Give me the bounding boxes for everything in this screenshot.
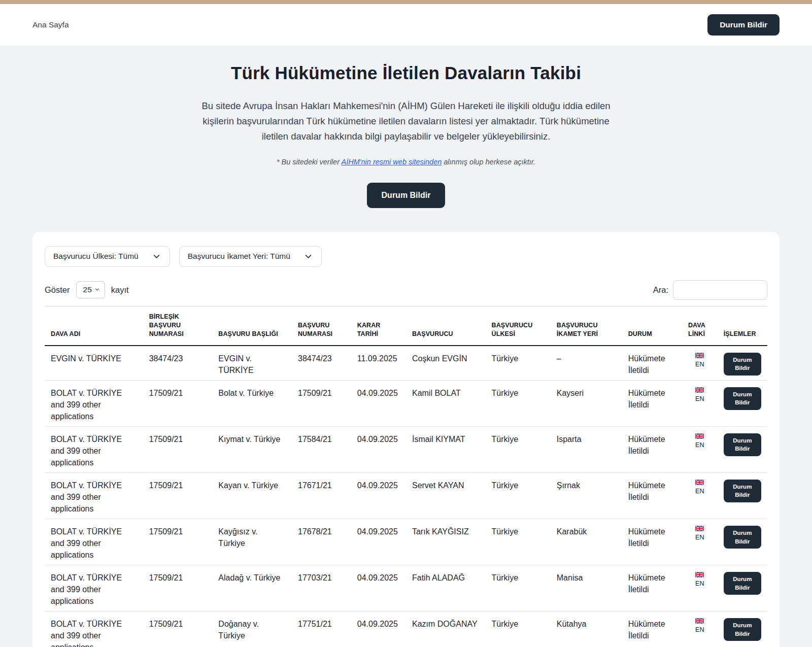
cell-application-no: 17751/21 bbox=[292, 611, 351, 647]
table-row: BOLAT v. TÜRKİYE and 399 other applicati… bbox=[45, 611, 767, 647]
col-header-case-name[interactable]: DAVA ADI bbox=[45, 306, 143, 345]
page-size-select[interactable]: 25 bbox=[76, 281, 105, 298]
col-header-applicant[interactable]: BAŞVURUCU bbox=[406, 306, 486, 345]
search-group: Ara: bbox=[653, 280, 767, 300]
row-report-status-button[interactable]: Durum Bildir bbox=[724, 353, 761, 376]
table-row: BOLAT v. TÜRKİYE and 399 other applicati… bbox=[45, 565, 767, 611]
cell-applicant-country: Türkiye bbox=[486, 346, 551, 381]
show-label: Göster bbox=[45, 285, 70, 295]
col-header-actions[interactable]: İŞLEMLER bbox=[718, 306, 767, 345]
hero-report-status-button[interactable]: Durum Bildir bbox=[367, 183, 446, 208]
uk-flag-icon bbox=[695, 572, 704, 577]
uk-flag-icon bbox=[695, 387, 704, 393]
cell-applicant-residence: – bbox=[551, 346, 622, 381]
cell-case-name: EVGIN v. TÜRKİYE bbox=[45, 346, 143, 381]
chevron-down-icon bbox=[94, 285, 100, 294]
cell-status: Hükümete İletildi bbox=[622, 611, 682, 647]
case-link-en[interactable]: EN bbox=[695, 618, 704, 634]
row-report-status-button[interactable]: Durum Bildir bbox=[724, 572, 761, 595]
uk-flag-icon bbox=[695, 526, 704, 531]
case-link-label: EN bbox=[695, 395, 704, 402]
cases-card: Başvurucu Ülkesi: Tümü Başvurucu İkamet … bbox=[32, 232, 780, 647]
case-link-label: EN bbox=[695, 580, 704, 587]
case-link-en[interactable]: EN bbox=[695, 526, 704, 541]
table-controls: Göster 25 kayıt Ara: bbox=[45, 280, 767, 300]
cell-case-name: BOLAT v. TÜRKİYE and 399 other applicati… bbox=[45, 519, 143, 565]
cell-applicant-country: Türkiye bbox=[486, 426, 551, 472]
nav-report-status-button[interactable]: Durum Bildir bbox=[707, 14, 780, 36]
echr-website-link[interactable]: AİHM'nin resmi web sitesinden bbox=[341, 158, 442, 166]
cell-joint-application-no: 17509/21 bbox=[143, 611, 213, 647]
cell-applicant: Fatih ALADAĞ bbox=[406, 565, 486, 611]
search-label: Ara: bbox=[653, 285, 668, 295]
cell-applicant-residence: Kayseri bbox=[551, 380, 622, 426]
cell-applicant: Kamil BOLAT bbox=[406, 380, 486, 426]
cell-applicant-country: Türkiye bbox=[486, 611, 551, 647]
case-link-en[interactable]: EN bbox=[695, 572, 704, 588]
cell-application-no: 17584/21 bbox=[292, 426, 351, 472]
col-header-applicant-residence[interactable]: BAŞVURUCU İKAMET YERİ bbox=[551, 306, 622, 345]
cell-application-title: Kayan v. Türkiye bbox=[212, 472, 292, 519]
cell-decision-date: 04.09.2025 bbox=[351, 519, 406, 565]
cell-status: Hükümete İletildi bbox=[622, 565, 682, 611]
row-report-status-button[interactable]: Durum Bildir bbox=[724, 433, 761, 456]
cell-decision-date: 11.09.2025 bbox=[351, 346, 406, 381]
filter-applicant-residence[interactable]: Başvurucu İkamet Yeri: Tümü bbox=[179, 246, 322, 267]
cases-table-header: DAVA ADI BİRLEŞİK BAŞVURU NUMARASI BAŞVU… bbox=[45, 306, 767, 345]
case-link-en[interactable]: EN bbox=[695, 433, 704, 449]
cell-decision-date: 04.09.2025 bbox=[351, 472, 406, 519]
cell-application-title: Kıymat v. Türkiye bbox=[212, 426, 292, 472]
cell-application-title: Bolat v. Türkiye bbox=[212, 380, 292, 426]
nav-home-link[interactable]: Ana Sayfa bbox=[32, 20, 69, 29]
col-header-status[interactable]: DURUM bbox=[622, 306, 682, 345]
cell-applicant: Tarık KAYĞISIZ bbox=[406, 519, 486, 565]
cell-applicant-country: Türkiye bbox=[486, 472, 551, 519]
col-header-applicant-country[interactable]: BAŞVURUCU ÜLKESİ bbox=[486, 306, 551, 345]
case-link-en[interactable]: EN bbox=[695, 353, 704, 368]
filter-applicant-country[interactable]: Başvurucu Ülkesi: Tümü bbox=[45, 246, 170, 267]
data-source-note: * Bu sitedeki veriler AİHM'nin resmi web… bbox=[20, 158, 792, 166]
case-link-en[interactable]: EN bbox=[695, 480, 704, 495]
note-suffix: alınmış olup herkese açıktır. bbox=[442, 158, 535, 166]
cell-case-name: BOLAT v. TÜRKİYE and 399 other applicati… bbox=[45, 472, 143, 519]
case-link-en[interactable]: EN bbox=[695, 387, 704, 403]
cell-application-no: 38474/23 bbox=[292, 346, 351, 381]
cell-applicant-residence: Karabük bbox=[551, 519, 622, 565]
cell-applicant: Kazım DOĞANAY bbox=[406, 611, 486, 647]
col-header-application-no[interactable]: BAŞVURU NUMARASI bbox=[292, 306, 351, 345]
row-report-status-button[interactable]: Durum Bildir bbox=[724, 526, 761, 549]
search-input[interactable] bbox=[673, 280, 767, 300]
cell-joint-application-no: 17509/21 bbox=[143, 519, 213, 565]
col-header-application-title[interactable]: BAŞVURU BAŞLIĞI bbox=[212, 306, 292, 345]
col-header-joint-application-no[interactable]: BİRLEŞİK BAŞVURU NUMARASI bbox=[143, 306, 213, 345]
page-description: Bu sitede Avrupa İnsan Hakları Mahkemesi… bbox=[195, 98, 617, 144]
cell-status: Hükümete İletildi bbox=[622, 519, 682, 565]
row-report-status-button[interactable]: Durum Bildir bbox=[724, 618, 761, 641]
cell-status: Hükümete İletildi bbox=[622, 472, 682, 519]
col-header-case-link[interactable]: DAVA LİNKİ bbox=[682, 306, 718, 345]
table-row: EVGIN v. TÜRKİYE 38474/23 EVGIN v. TÜRKİ… bbox=[45, 346, 767, 381]
col-header-decision-date[interactable]: KARAR TARİHİ bbox=[351, 306, 406, 345]
cell-joint-application-no: 17509/21 bbox=[143, 380, 213, 426]
uk-flag-icon bbox=[695, 433, 704, 439]
page-size-value: 25 bbox=[83, 285, 92, 294]
filter-applicant-residence-label: Başvurucu İkamet Yeri: Tümü bbox=[188, 252, 290, 261]
records-label: kayıt bbox=[111, 285, 129, 295]
table-row: BOLAT v. TÜRKİYE and 399 other applicati… bbox=[45, 426, 767, 472]
row-report-status-button[interactable]: Durum Bildir bbox=[724, 480, 761, 502]
row-report-status-button[interactable]: Durum Bildir bbox=[724, 387, 761, 410]
table-row: BOLAT v. TÜRKİYE and 399 other applicati… bbox=[45, 380, 767, 426]
cell-application-no: 17509/21 bbox=[292, 380, 351, 426]
cell-applicant: Servet KAYAN bbox=[406, 472, 486, 519]
cell-status: Hükümete İletildi bbox=[622, 346, 682, 381]
uk-flag-icon bbox=[695, 618, 704, 624]
hero-section: Türk Hükümetine İletilen Davaların Takib… bbox=[0, 46, 812, 208]
cell-application-title: Doğanay v. Türkiye bbox=[212, 611, 292, 647]
cell-status: Hükümete İletildi bbox=[622, 380, 682, 426]
table-row: BOLAT v. TÜRKİYE and 399 other applicati… bbox=[45, 519, 767, 565]
cell-application-title: Kayğısız v. Türkiye bbox=[212, 519, 292, 565]
case-link-label: EN bbox=[695, 361, 704, 368]
case-link-label: EN bbox=[695, 626, 704, 633]
page-size-group: Göster 25 kayıt bbox=[45, 281, 129, 298]
cell-decision-date: 04.09.2025 bbox=[351, 611, 406, 647]
